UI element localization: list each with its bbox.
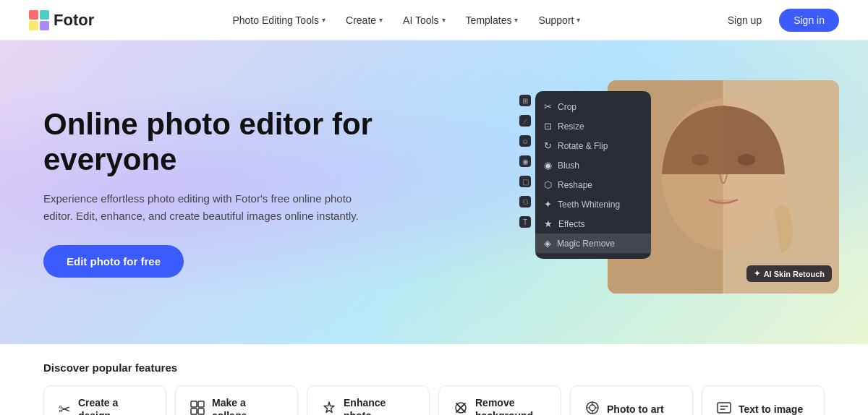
ai-skin-retouch-badge: ✦ AI Skin Retouch (746, 265, 832, 282)
photo-art-icon (585, 401, 600, 415)
hero-content: Online photo editor for everyone Experie… (43, 107, 420, 278)
panel-crop[interactable]: ✂ Crop (535, 97, 651, 116)
feature-text-to-image[interactable]: Text to image (702, 385, 825, 415)
hero-section: Online photo editor for everyone Experie… (0, 40, 868, 344)
features-section-title: Discover popular features (43, 361, 825, 374)
chevron-down-icon: ▾ (514, 16, 518, 24)
panel-reshape[interactable]: ⬡ Reshape (535, 175, 651, 194)
reshape-icon: ⬡ (544, 179, 552, 190)
blush-icon: ◉ (544, 160, 552, 171)
nav-create[interactable]: Create ▾ (346, 14, 383, 26)
nav-support[interactable]: Support ▾ (538, 14, 580, 26)
svg-rect-13 (198, 408, 204, 414)
remove-bg-icon (454, 401, 468, 415)
logo-text: Fotor (54, 11, 94, 30)
svg-rect-2 (29, 21, 38, 30)
feature-create-design[interactable]: ✂ Create a design (43, 385, 166, 415)
sidebar-eye-icon: ◉ (519, 155, 531, 167)
ai-badge-icon: ✦ (754, 269, 760, 278)
panel-blush[interactable]: ◉ Blush (535, 155, 651, 175)
svg-rect-17 (718, 403, 731, 413)
svg-rect-11 (198, 401, 204, 407)
enhance-icon (322, 401, 336, 415)
nav-actions: Sign up Sign in (719, 9, 839, 32)
text-image-icon (717, 401, 731, 415)
feature-photo-to-art[interactable]: Photo to art (570, 385, 693, 415)
panel-effects[interactable]: ★ Effects (535, 214, 651, 234)
features-section: Discover popular features ✂ Create a des… (0, 344, 868, 415)
nav-ai-tools[interactable]: AI Tools ▾ (403, 14, 446, 26)
features-grid: ✂ Create a design Make a collage Enhance (43, 385, 825, 415)
nav-photo-editing[interactable]: Photo Editing Tools ▾ (232, 14, 326, 26)
magic-remove-icon: ◈ (544, 238, 551, 249)
svg-rect-12 (191, 408, 197, 414)
panel-magic-remove[interactable]: ◈ Magic Remove (535, 234, 651, 253)
svg-rect-10 (191, 401, 197, 407)
effects-icon: ★ (544, 218, 553, 229)
editor-preview: ⊞ ⟋ ☺ ◉ ▢ ⚇ T ✂ Crop ⊡ Resize ↻ Rotate &… (535, 80, 839, 304)
feature-text-image-label: Text to image (739, 403, 803, 415)
feature-make-collage-label: Make a collage (212, 396, 283, 415)
edit-photo-button[interactable]: Edit photo for free (43, 245, 184, 278)
nav-links: Photo Editing Tools ▾ Create ▾ AI Tools … (232, 14, 580, 26)
chevron-down-icon: ▾ (322, 16, 326, 24)
logo-icon (29, 10, 49, 30)
navigation: Fotor Photo Editing Tools ▾ Create ▾ AI … (0, 0, 868, 40)
sidebar-face-icon: ☺ (519, 135, 531, 147)
svg-rect-0 (29, 10, 38, 20)
nav-templates[interactable]: Templates ▾ (466, 14, 519, 26)
hero-description: Experience effortless photo editing with… (43, 190, 376, 225)
sidebar-people-icon: ⚇ (519, 196, 531, 208)
editor-panel: ✂ Crop ⊡ Resize ↻ Rotate & Flip ◉ Blush … (535, 91, 651, 259)
feature-make-collage[interactable]: Make a collage (175, 385, 298, 415)
chevron-down-icon: ▾ (576, 16, 580, 24)
svg-point-16 (590, 405, 595, 411)
panel-teeth[interactable]: ✦ Teeth Whitening (535, 194, 651, 214)
chevron-down-icon: ▾ (379, 16, 383, 24)
signup-button[interactable]: Sign up (719, 10, 770, 30)
svg-point-9 (738, 154, 755, 166)
panel-resize[interactable]: ⊡ Resize (535, 116, 651, 136)
logo[interactable]: Fotor (29, 10, 94, 30)
feature-create-design-label: Create a design (78, 396, 151, 415)
signin-button[interactable]: Sign in (779, 9, 839, 32)
feature-remove-bg-label: Remove background (475, 396, 546, 415)
svg-point-8 (692, 154, 709, 166)
sidebar-grid-icon: ⊞ (519, 95, 531, 106)
feature-enhance-photo[interactable]: Enhance photo (307, 385, 430, 415)
sidebar-adjust-icon: ⟋ (519, 115, 531, 127)
svg-rect-3 (40, 21, 49, 30)
teeth-icon: ✦ (544, 199, 552, 210)
svg-rect-1 (40, 10, 49, 20)
collage-icon (190, 401, 205, 415)
svg-rect-5 (723, 80, 839, 294)
sidebar-frame-icon: ▢ (519, 176, 531, 187)
resize-icon: ⊡ (544, 121, 552, 132)
svg-point-7 (662, 98, 785, 250)
chevron-down-icon: ▾ (442, 16, 446, 24)
rotate-icon: ↻ (544, 140, 552, 151)
scissors-icon: ✂ (59, 401, 71, 415)
panel-rotate[interactable]: ↻ Rotate & Flip (535, 136, 651, 155)
editor-sidebar-icons: ⊞ ⟋ ☺ ◉ ▢ ⚇ T (519, 95, 531, 228)
crop-icon: ✂ (544, 101, 552, 112)
hero-title: Online photo editor for everyone (43, 107, 420, 177)
feature-remove-background[interactable]: Remove background (438, 385, 561, 415)
feature-photo-art-label: Photo to art (607, 403, 664, 415)
feature-enhance-label: Enhance photo (344, 396, 414, 415)
sidebar-text-icon: T (519, 216, 531, 228)
